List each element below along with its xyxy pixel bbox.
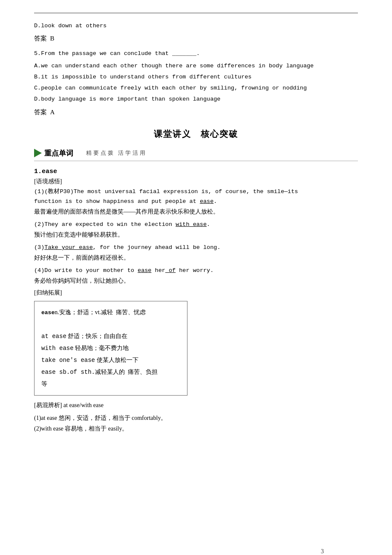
example-2-line: (2)They are expected to win the election… — [34, 220, 358, 229]
example-1-line1: (1)(教材P30)The most universal facial expr… — [34, 187, 358, 197]
summary-line1: easen.安逸；舒适；vt.减轻 痛苦、忧虑 — [41, 306, 180, 318]
example-4: (4)Do write to your mother to ease her o… — [34, 266, 358, 286]
top-divider — [34, 13, 358, 13]
confuse-1: (1)at ease 悠闲，安适，舒适，相当于 comfortably。 — [34, 413, 358, 423]
option-5a: A.we can understand each other though th… — [34, 61, 358, 71]
page-number: 3 — [321, 548, 324, 555]
confuse-2: (2)with ease 容易地，相当于 easily。 — [34, 423, 358, 434]
option-5c: C.people can communicate freely with eac… — [34, 83, 358, 93]
phrase-2: with ease 轻易地；毫不费力地 — [41, 342, 180, 354]
option-d: D.look down at others — [34, 21, 358, 31]
word1-section: 1.ease [语境感悟] (1)(教材P30)The most univers… — [34, 168, 358, 434]
phrase-3: take one's ease 使某人放松一下 — [41, 354, 180, 366]
option-5d: D.body language is more important than s… — [34, 94, 358, 104]
example-3-chinese: 好好休息一下，前面的路程还很长。 — [34, 253, 358, 263]
example-4-line: (4)Do write to your mother to ease her o… — [34, 266, 358, 275]
question-5-section: 5.From the passage we can conclude that … — [34, 49, 358, 118]
example-1-chinese: 最普遍使用的面部表情当然是微笑——其作用是表示快乐和使人放松。 — [34, 207, 358, 217]
section-header: 重点单词 精要点拨 活学活用 — [34, 148, 358, 161]
example-1-line2: function is to show happiness and put pe… — [34, 197, 358, 206]
play-icon — [34, 149, 42, 157]
word1-title: 1.ease — [34, 168, 358, 175]
context-label: [语境感悟] — [34, 178, 358, 185]
option-5b: B.it is impossible to understand others … — [34, 72, 358, 82]
example-3: (3)Take your ease, for the journey ahead… — [34, 243, 358, 263]
confuse-label: [易混辨析] at ease/with ease — [34, 400, 358, 410]
example-1: (1)(教材P30)The most universal facial expr… — [34, 187, 358, 217]
option-d-section: D.look down at others 答案 B — [34, 21, 358, 44]
section-header-subtitle: 精要点拨 活学活用 — [86, 149, 147, 157]
summary-label: [归纳拓展] — [34, 289, 358, 297]
phrase-4-cont: 等 — [41, 378, 180, 390]
phrase-4: ease sb.of sth.减轻某人的 痛苦、负担 — [41, 366, 180, 378]
section-header-title: 重点单词 — [44, 148, 73, 158]
summary-box: easen.安逸；舒适；vt.减轻 痛苦、忧虑 at ease 舒适；快乐；自由… — [34, 301, 187, 396]
summary-blank — [41, 318, 180, 330]
answer-b: 答案 B — [34, 33, 358, 44]
question-5-text: 5.From the passage we can conclude that … — [34, 49, 358, 59]
easy-confuse-section: [易混辨析] at ease/with ease (1)at ease 悠闲，安… — [34, 400, 358, 434]
center-title: 课堂讲义 核心突破 — [34, 128, 358, 140]
example-2-chinese: 预计他们在竞选中能够轻易获胜。 — [34, 230, 358, 240]
answer-5: 答案 A — [34, 107, 358, 118]
phrase-1: at ease 舒适；快乐；自由自在 — [41, 330, 180, 342]
example-3-line: (3)Take your ease, for the journey ahead… — [34, 243, 358, 252]
example-2: (2)They are expected to win the election… — [34, 220, 358, 240]
example-4-chinese: 务必给你妈妈写封信，别让她担心。 — [34, 276, 358, 286]
